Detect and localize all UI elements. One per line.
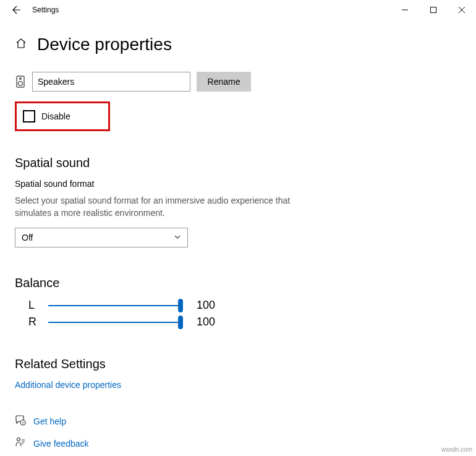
get-help-link[interactable]: Get help [33, 416, 66, 426]
balance-left-value: 100 [197, 299, 215, 312]
balance-left-row: L 100 [15, 299, 461, 312]
page-header: Device properties [15, 35, 461, 54]
spatial-sound-heading: Spatial sound [15, 156, 461, 170]
device-name-input[interactable] [32, 72, 190, 92]
slider-track-line [48, 322, 181, 323]
spatial-format-label: Spatial sound format [15, 179, 461, 189]
spatial-format-select[interactable]: Off [15, 228, 188, 247]
titlebar: Settings [0, 0, 476, 20]
main-content: Device properties Rename Disable Spatial… [0, 35, 476, 450]
device-name-row: Rename [15, 72, 461, 92]
minimize-button[interactable] [391, 0, 419, 20]
svg-point-6 [17, 438, 20, 441]
window-title: Settings [32, 6, 59, 14]
balance-right-value: 100 [197, 316, 215, 329]
svg-rect-0 [431, 7, 436, 13]
help-icon: ? [15, 415, 26, 428]
close-button[interactable] [448, 0, 476, 20]
back-arrow-icon [11, 5, 21, 15]
related-settings-heading: Related Settings [15, 357, 461, 371]
get-help-row: ? Get help [15, 415, 461, 428]
balance-right-label: R [28, 316, 36, 329]
slider-thumb[interactable] [178, 299, 183, 312]
svg-point-2 [20, 78, 22, 80]
disable-checkbox-group[interactable]: Disable [15, 101, 110, 131]
disable-label: Disable [41, 111, 70, 121]
feedback-icon [15, 437, 26, 450]
chevron-down-icon [174, 233, 181, 243]
back-button[interactable] [5, 1, 27, 19]
balance-right-row: R 100 [15, 316, 461, 329]
balance-heading: Balance [15, 276, 461, 290]
slider-thumb[interactable] [178, 316, 183, 329]
window-controls [391, 0, 476, 20]
balance-left-slider[interactable] [48, 301, 181, 310]
svg-point-3 [19, 82, 23, 86]
give-feedback-link[interactable]: Give feedback [33, 439, 89, 449]
spatial-format-description: Select your spatial sound format for an … [15, 195, 299, 219]
watermark: wsxdn.com [441, 446, 472, 453]
slider-track-line [48, 305, 181, 306]
close-icon [459, 7, 465, 13]
disable-checkbox[interactable] [23, 110, 35, 123]
balance-right-slider[interactable] [48, 318, 181, 327]
balance-left-label: L [28, 299, 36, 312]
maximize-icon [430, 7, 436, 13]
additional-device-properties-link[interactable]: Additional device properties [15, 380, 461, 390]
maximize-button[interactable] [419, 0, 448, 20]
page-title: Device properties [37, 35, 172, 54]
give-feedback-row: Give feedback [15, 437, 461, 450]
home-icon[interactable] [15, 37, 27, 52]
speaker-icon [15, 75, 26, 88]
rename-button[interactable]: Rename [197, 72, 251, 92]
minimize-icon [402, 7, 408, 13]
spatial-format-value: Off [22, 233, 33, 243]
